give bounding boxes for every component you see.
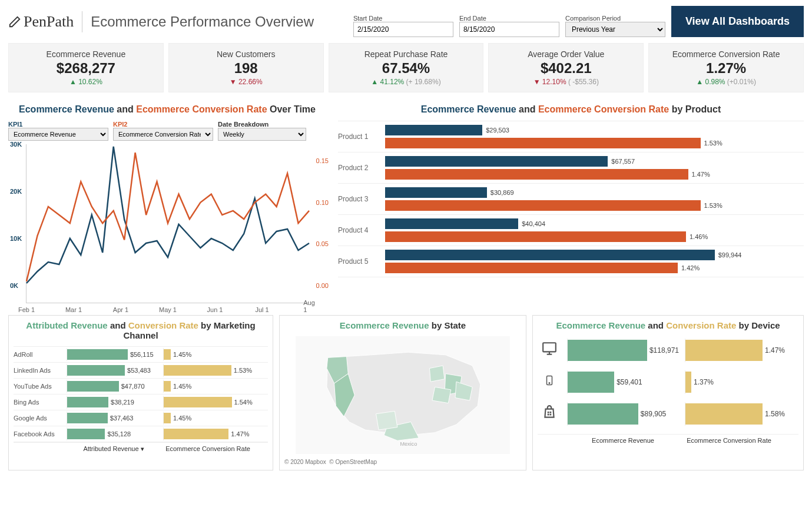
sort-desc-icon: ▾ [141, 445, 144, 452]
product-label: Product 4 [338, 226, 385, 234]
channel-title: Attributed Revenue and Conversion Rate b… [14, 320, 268, 340]
edit-icon [8, 15, 21, 28]
kpi-card[interactable]: Average Order Value $402.21 ▼ 12.10% ( -… [488, 43, 644, 92]
start-date-input[interactable] [353, 22, 453, 37]
channel-panel: Attributed Revenue and Conversion Rate b… [8, 315, 273, 470]
channel-cvr-label: 1.45% [173, 383, 191, 390]
product-row[interactable]: Product 5 $99,944 1.42% [338, 246, 804, 277]
end-date-label: End Date [459, 15, 559, 22]
channel-cvr-label: 1.45% [173, 351, 191, 358]
mobile-icon [538, 372, 561, 393]
device-row[interactable]: $118,971 1.47% [538, 339, 798, 362]
channel-revenue-label: $56,115 [130, 351, 154, 358]
kpi1-group: KPI1 Ecommerce Revenue [8, 121, 108, 141]
device-revenue-label: $59,401 [617, 378, 642, 386]
channel-cvr-label: 1.45% [173, 415, 191, 422]
svg-rect-9 [548, 413, 549, 415]
kpi-value: 198 [171, 60, 321, 77]
y-left-tick: 20K [10, 188, 22, 195]
product-row[interactable]: Product 3 $30,869 1.53% [338, 183, 804, 214]
kpi-change: ▲ 0.98% (+0.01%) [651, 78, 801, 86]
kpi-card[interactable]: Ecommerce Conversion Rate 1.27% ▲ 0.98% … [648, 43, 804, 92]
channel-row[interactable]: Facebook Ads $35,128 1.47% [14, 426, 268, 442]
cvr-bar [385, 200, 701, 211]
cvr-bar [385, 169, 688, 180]
view-all-button[interactable]: View All Dashboards [671, 6, 804, 37]
desktop-icon [538, 341, 561, 360]
date-breakdown-group: Date Breakdown Weekly [218, 121, 306, 141]
device-row[interactable]: $89,905 1.58% [538, 402, 798, 426]
x-tick: Feb 1 [18, 306, 35, 313]
comparison-select[interactable]: Previous Year [565, 22, 665, 37]
channel-row[interactable]: Bing Ads $38,219 1.54% [14, 394, 268, 410]
device-cvr-bar [685, 403, 763, 425]
comparison-group: Comparison Period Previous Year [565, 15, 665, 37]
kpi-card[interactable]: New Customers 198 ▼ 22.66% [168, 43, 324, 92]
product-row[interactable]: Product 4 $40,404 1.46% [338, 214, 804, 246]
device-revenue-bar [568, 372, 614, 393]
revenue-label: $40,404 [522, 220, 545, 227]
svg-rect-10 [550, 413, 552, 415]
svg-point-6 [549, 382, 550, 383]
x-tick: Mar 1 [65, 306, 82, 313]
start-date-group: Start Date [353, 15, 453, 37]
channel-row[interactable]: YouTube Ads $47,870 1.45% [14, 378, 268, 394]
page-title: Ecommerce Performance Overview [91, 14, 345, 30]
overtime-chart[interactable]: 30K20K10K0K0.150.100.050.00Feb 1Mar 1Apr… [26, 144, 309, 303]
x-tick: May 1 [159, 306, 177, 313]
x-tick: Aug 1 [303, 299, 315, 313]
channel-cvr-bar [164, 365, 231, 376]
x-tick: Apr 1 [113, 306, 128, 313]
kpi-card[interactable]: Ecommerce Revenue $268,277 ▲ 10.62% [8, 43, 164, 92]
product-row[interactable]: Product 1 $29,503 1.53% [338, 121, 804, 152]
cvr-label: 1.47% [692, 171, 710, 178]
channel-revenue-bar [67, 429, 105, 439]
kpi-title: Average Order Value [491, 49, 641, 59]
channel-revenue-bar [67, 397, 108, 407]
filter-bar: Start Date End Date Comparison Period Pr… [353, 6, 804, 37]
cvr-label: 1.53% [704, 202, 722, 209]
kpi-card[interactable]: Repeat Purchase Rate 67.54% ▲ 41.12% (+ … [329, 43, 484, 92]
product-title: Ecommerce Revenue and Ecommerce Conversi… [338, 104, 804, 115]
cvr-label: 1.46% [690, 233, 708, 240]
channel-chart: AdRoll $56,115 1.45% LinkedIn Ads $53,48… [14, 346, 268, 442]
product-row[interactable]: Product 2 $67,557 1.47% [338, 152, 804, 183]
channel-revenue-label: $38,219 [111, 399, 134, 406]
channel-row[interactable]: LinkedIn Ads $53,483 1.53% [14, 362, 268, 378]
overtime-panel: Ecommerce Revenue and Ecommerce Conversi… [8, 104, 326, 303]
channel-revenue-label: $53,483 [127, 367, 151, 374]
device-cvr-bar [685, 372, 691, 393]
kpi-title: Ecommerce Conversion Rate [651, 49, 801, 59]
channel-row[interactable]: AdRoll $56,115 1.45% [14, 346, 268, 362]
us-map[interactable]: Mexico [284, 336, 521, 454]
start-date-label: Start Date [353, 15, 453, 22]
kpi-title: Ecommerce Revenue [11, 49, 161, 59]
kpi2-select[interactable]: Ecommerce Conversion Rate [113, 128, 213, 141]
device-title: Ecommerce Revenue and Conversion Rate by… [538, 320, 798, 330]
channel-cvr-bar [164, 429, 228, 439]
date-breakdown-select[interactable]: Weekly [218, 128, 306, 141]
product-panel: Ecommerce Revenue and Ecommerce Conversi… [338, 104, 804, 303]
product-label: Product 5 [338, 257, 385, 266]
kpi-change: ▼ 22.66% [171, 78, 321, 86]
vertical-divider [82, 11, 82, 32]
overtime-title: Ecommerce Revenue and Ecommerce Conversi… [8, 104, 326, 115]
kpi1-select[interactable]: Ecommerce Revenue [8, 128, 108, 141]
end-date-input[interactable] [459, 22, 559, 37]
device-panel: Ecommerce Revenue and Conversion Rate by… [532, 315, 804, 470]
y-right-tick: 0.10 [316, 199, 329, 206]
channel-row[interactable]: Google Ads $37,463 1.45% [14, 410, 268, 426]
device-row[interactable]: $59,401 1.37% [538, 370, 798, 394]
channel-cvr-bar [164, 413, 171, 423]
cvr-bar [385, 138, 701, 148]
map-attribution: © 2020 Mapbox © OpenStreetMap [284, 459, 521, 465]
channel-revenue-label: $35,128 [107, 430, 131, 437]
x-tick: Jul 1 [255, 306, 269, 313]
product-label: Product 1 [338, 132, 385, 141]
bottom-row: Attributed Revenue and Conversion Rate b… [8, 315, 804, 470]
bag-icon [538, 405, 561, 424]
channel-label: Google Ads [14, 415, 67, 422]
channel-cvr-label: 1.53% [234, 367, 252, 374]
kpi-change: ▲ 41.12% (+ 19.68%) [332, 78, 481, 86]
channel-cvr-label: 1.47% [231, 430, 249, 437]
